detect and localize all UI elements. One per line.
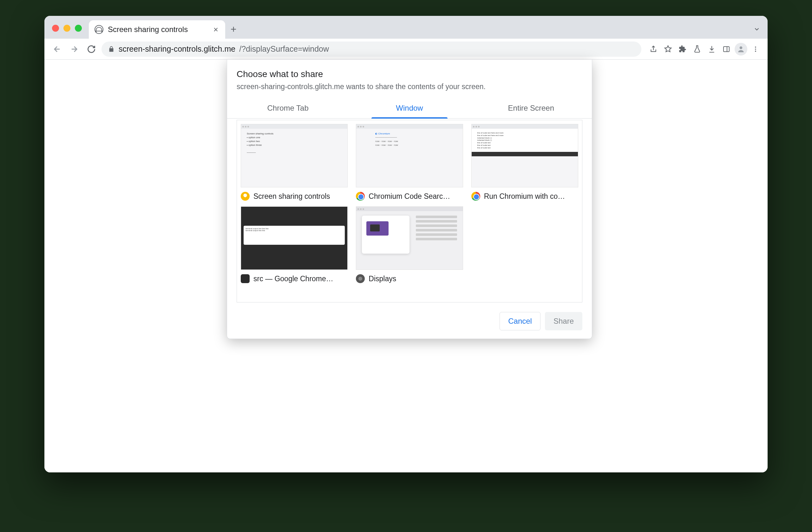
window-thumbnail: [356, 206, 463, 270]
browser-window: Screen sharing controls × + screen-shari…: [44, 16, 768, 472]
screen-share-dialog: Choose what to share screen-sharing-cont…: [227, 60, 592, 339]
window-thumbnail: line of code text here and moreline of c…: [472, 124, 578, 187]
window-thumbnail: ◐ Chromium────────────row · row · row · …: [356, 124, 463, 187]
dialog-subtitle: screen-sharing-controls.glitch.me wants …: [227, 83, 592, 98]
dialog-title: Choose what to share: [227, 69, 592, 83]
globe-icon: [95, 25, 103, 34]
page-content: Choose what to share screen-sharing-cont…: [44, 60, 768, 472]
side-panel-icon[interactable]: [720, 43, 733, 56]
forward-button[interactable]: [67, 42, 81, 56]
reload-button[interactable]: [84, 42, 98, 56]
window-thumbnail: terminal output line line lineterminal o…: [241, 206, 348, 270]
toolbar-actions: [644, 43, 762, 56]
tab-window[interactable]: Window: [349, 98, 470, 118]
dialog-buttons: Cancel Share: [227, 302, 592, 330]
maximize-window-button[interactable]: [75, 25, 82, 32]
window-option[interactable]: Screen sharing controls• option one• opt…: [241, 124, 348, 201]
svg-point-2: [755, 46, 756, 47]
svg-rect-0: [724, 47, 729, 52]
toolbar: screen-sharing-controls.glitch.me/?displ…: [44, 39, 768, 60]
tab-chrome-tab[interactable]: Chrome Tab: [227, 98, 349, 118]
tab-title: Screen sharing controls: [108, 25, 208, 34]
kebab-menu-icon[interactable]: [749, 43, 762, 56]
share-button[interactable]: Share: [545, 312, 582, 330]
profile-avatar[interactable]: [735, 43, 747, 56]
extensions-icon[interactable]: [676, 43, 689, 56]
window-option-label: Chromium Code Searc…: [368, 192, 450, 201]
bookmark-icon[interactable]: [662, 43, 675, 56]
minimize-window-button[interactable]: [63, 25, 70, 32]
lock-icon: [108, 46, 115, 53]
svg-point-4: [755, 50, 756, 52]
window-option[interactable]: terminal output line line lineterminal o…: [241, 206, 348, 283]
window-option-label: Run Chromium with co…: [484, 192, 565, 201]
url-host: screen-sharing-controls.glitch.me: [119, 44, 235, 54]
new-tab-button[interactable]: +: [227, 22, 241, 36]
downloads-icon[interactable]: [706, 43, 718, 56]
tab-entire-screen[interactable]: Entire Screen: [470, 98, 592, 118]
close-window-button[interactable]: [52, 25, 59, 32]
window-controls: [49, 25, 88, 39]
svg-point-3: [755, 48, 756, 50]
labs-icon[interactable]: [691, 43, 704, 56]
window-option[interactable]: ◐ Chromium────────────row · row · row · …: [356, 124, 463, 201]
settings-icon: [356, 274, 365, 283]
canary-icon: [241, 192, 250, 201]
terminal-icon: [241, 274, 250, 283]
window-grid: Screen sharing controls• option one• opt…: [237, 120, 582, 302]
dialog-tabs: Chrome Tab Window Entire Screen: [227, 98, 592, 119]
back-button[interactable]: [50, 42, 64, 56]
window-option[interactable]: line of code text here and moreline of c…: [472, 124, 578, 201]
tab-strip: Screen sharing controls × +: [44, 16, 768, 39]
window-thumbnail: Screen sharing controls• option one• opt…: [241, 124, 348, 187]
address-bar[interactable]: screen-sharing-controls.glitch.me/?displ…: [102, 42, 641, 57]
window-option-label: Displays: [368, 275, 396, 283]
share-icon[interactable]: [647, 43, 660, 56]
svg-point-1: [740, 46, 742, 49]
window-option-label: src — Google Chrome…: [253, 275, 333, 283]
close-tab-icon[interactable]: ×: [212, 24, 219, 36]
browser-tab[interactable]: Screen sharing controls ×: [89, 20, 225, 39]
chrome-icon: [472, 192, 480, 201]
tab-search-icon[interactable]: [751, 23, 763, 35]
cancel-button[interactable]: Cancel: [499, 312, 540, 330]
window-option[interactable]: Displays: [356, 206, 463, 283]
chrome-icon: [356, 192, 365, 201]
window-option-label: Screen sharing controls: [253, 192, 330, 201]
url-path: /?displaySurface=window: [239, 44, 329, 54]
